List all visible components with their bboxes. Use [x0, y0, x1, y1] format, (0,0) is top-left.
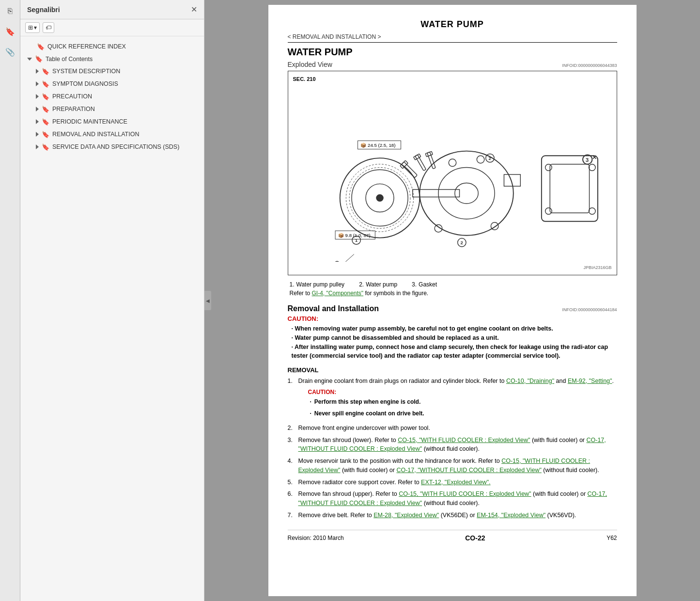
section-title: WATER PUMP: [288, 47, 617, 58]
sidebar-title: Segnalibri: [27, 6, 60, 14]
expand-icon-periodic-maint: [36, 119, 39, 124]
bookmark-icon-system-desc: [42, 67, 49, 75]
copy-icon[interactable]: ⎘: [3, 4, 17, 18]
collapse-arrow-icon: ◀: [206, 298, 210, 303]
ref-text-pre: Refer to: [290, 290, 312, 297]
step-6-text: Remove fan shroud (upper). Refer to CO-1…: [298, 490, 617, 508]
svg-point-26: [589, 164, 595, 171]
step-2-num: 2.: [288, 424, 296, 433]
sidebar: Segnalibri ✕ ⊞ ▾ 🏷 QUICK REFERENCE INDEX…: [20, 0, 204, 601]
system-desc-label: SYSTEM DESCRIPTION: [52, 68, 120, 75]
svg-text:2: 2: [460, 240, 463, 245]
sidebar-content: QUICK REFERENCE INDEX Table of Contents …: [20, 36, 204, 601]
svg-point-14: [454, 183, 478, 204]
svg-point-7: [376, 194, 383, 202]
sidebar-item-symptom-diag[interactable]: SYMPTOM DIAGNOSIS: [20, 78, 204, 90]
step-3-num: 3.: [288, 436, 296, 454]
part-3-label: Gasket: [419, 281, 437, 288]
svg-rect-43: [425, 151, 433, 157]
precaution-label: PRECAUTION: [52, 93, 92, 100]
parts-list: 1. Water pump pulley 2. Water pump 3. Ga…: [288, 281, 617, 288]
nested-caution-item-2: Never spill engine coolant on drive belt…: [310, 409, 614, 418]
sidebar-item-sds[interactable]: SERVICE DATA AND SPECIFICATIONS (SDS): [20, 141, 204, 153]
diagram-box: SEC. 210 📦 24.5 (2.5, 18) 📦 9.8 (1.0, 87…: [288, 71, 617, 275]
caution-header: CAUTION:: [288, 315, 617, 322]
svg-text:2: 2: [488, 156, 491, 161]
step-7: 7. Remove drive belt. Refer to EM-28, "E…: [288, 511, 617, 520]
toc-label: Table of Contents: [46, 56, 93, 63]
step-4-link-co17[interactable]: CO-17, "WITHOUT FLUID COOLER : Exploded …: [396, 467, 541, 474]
sidebar-header: Segnalibri ✕: [20, 0, 204, 19]
breadcrumb-link[interactable]: < REMOVAL AND INSTALLATION >: [288, 33, 381, 40]
tag-button[interactable]: 🏷: [43, 22, 54, 33]
expand-icon-precaution: [36, 94, 39, 99]
exploded-view-label: Exploded View: [288, 61, 332, 68]
sidebar-item-precaution[interactable]: PRECAUTION: [20, 90, 204, 103]
tag-icon: 🏷: [46, 24, 51, 31]
part-1-label: Water pump pulley: [296, 281, 345, 288]
paperclip-icon[interactable]: 📎: [3, 45, 17, 59]
info-id-1: INFOID:0000000006044383: [562, 63, 617, 68]
sidebar-close-button[interactable]: ✕: [191, 5, 197, 14]
step-5-link-ext12[interactable]: EXT-12, "Exploded View".: [421, 479, 490, 486]
bookmark-icon-toc: [35, 55, 43, 63]
step-6-num: 6.: [288, 490, 296, 508]
sidebar-item-toc[interactable]: Table of Contents: [20, 53, 204, 65]
page-footer: Revision: 2010 March CO-22 Y62: [288, 530, 617, 542]
sidebar-item-removal-install[interactable]: REMOVAL AND INSTALLATION: [20, 128, 204, 141]
svg-rect-39: [400, 160, 407, 168]
sidebar-item-periodic-maint[interactable]: PERIODIC MAINTENANCE: [20, 115, 204, 128]
sds-label: SERVICE DATA AND SPECIFICATIONS (SDS): [52, 143, 179, 150]
part-2-num: 2.: [359, 281, 364, 288]
expand-icon-removal-install: [36, 132, 39, 137]
footer-page-number: CO-22: [465, 534, 485, 542]
bookmark-tool-icon[interactable]: 🔖: [3, 24, 17, 39]
step-1-text: Drain engine coolant from drain plugs on…: [298, 377, 614, 421]
sidebar-item-quick-ref[interactable]: QUICK REFERENCE INDEX: [20, 40, 204, 53]
breadcrumb: < REMOVAL AND INSTALLATION >: [288, 33, 617, 43]
sidebar-item-system-desc[interactable]: SYSTEM DESCRIPTION: [20, 65, 204, 78]
svg-rect-24: [550, 164, 589, 213]
svg-text:1: 1: [355, 237, 358, 243]
expand-icon-system-desc: [36, 69, 39, 74]
svg-text:📦 24.5 (2.5, 18): 📦 24.5 (2.5, 18): [360, 142, 395, 148]
svg-line-34: [341, 254, 354, 262]
step-1-link-co10[interactable]: CO-10, "Draining": [506, 378, 554, 384]
sidebar-item-preparation[interactable]: PREPARATION: [20, 103, 204, 115]
bookmark-icon-preparation: [42, 105, 49, 113]
ref-link[interactable]: GI-4, "Components": [312, 290, 364, 297]
svg-rect-42: [427, 152, 435, 169]
caution-item-1: When removing water pump assembly, be ca…: [292, 324, 617, 333]
nested-caution-list-1: Perform this step when engine is cold. N…: [308, 397, 614, 418]
symptom-diag-label: SYMPTOM DIAGNOSIS: [52, 80, 118, 87]
caution-item-3: After installing water pump, connect hos…: [292, 343, 617, 361]
step-2: 2. Remove front engine undercover with p…: [288, 424, 617, 433]
svg-text:✕: ✕: [592, 154, 597, 160]
part-1-num: 1.: [290, 281, 295, 288]
sidebar-collapse-tab[interactable]: ◀: [204, 291, 211, 310]
step-3-link-co15[interactable]: CO-15, "WITH FLUID COOLER : Exploded Vie…: [398, 437, 530, 443]
ref-line: Refer to GI-4, "Components" for symbols …: [288, 290, 617, 297]
diagram-image: 📦 24.5 (2.5, 18) 📦 9.8 (1.0, 87) 1: [293, 85, 612, 264]
svg-point-28: [589, 208, 595, 215]
svg-text:3: 3: [585, 157, 589, 163]
ref-text-post: for symbols in the figure.: [363, 290, 428, 297]
bookmark-icon-symptom-diag: [42, 80, 49, 88]
step-6-link-co15[interactable]: CO-15, "WITH FLUID COOLER : Exploded Vie…: [399, 490, 531, 497]
footer-revision: Revision: 2010 March: [288, 535, 344, 541]
caution-item-2: Water pump cannot be disassembled and sh…: [292, 333, 617, 343]
page-title: WATER PUMP: [288, 19, 617, 30]
steps-list: 1. Drain engine coolant from drain plugs…: [288, 377, 617, 520]
preparation-label: PREPARATION: [52, 106, 95, 112]
view-toggle-button[interactable]: ⊞ ▾: [25, 22, 40, 33]
step-4-text: Move reservoir tank to the position with…: [298, 457, 617, 475]
svg-point-18: [491, 222, 498, 230]
arrow-down-icon: ▾: [34, 24, 37, 31]
bookmark-icon-precaution: [42, 93, 49, 100]
part-2-label: Water pump: [366, 281, 397, 288]
expand-icon-sds: [36, 144, 39, 149]
periodic-maint-label: PERIODIC MAINTENANCE: [52, 118, 127, 125]
step-7-link-em154[interactable]: EM-154, "Exploded View": [477, 512, 545, 519]
step-7-link-em28[interactable]: EM-28, "Exploded View": [373, 512, 439, 519]
step-1-link-em92[interactable]: EM-92, "Setting": [568, 378, 612, 384]
